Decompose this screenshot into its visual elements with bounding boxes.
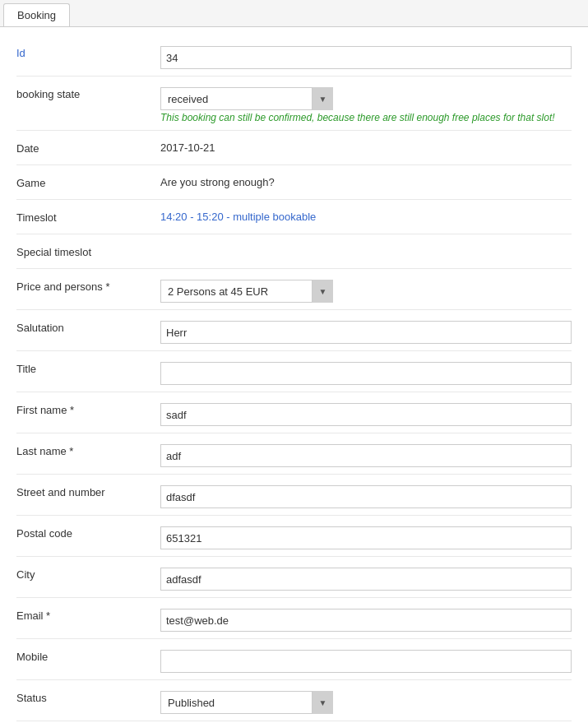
price-persons-select-wrapper: 2 Persons at 45 EUR 1 Person at 30 EUR 3… bbox=[160, 280, 333, 303]
row-street-number: Street and number bbox=[16, 475, 572, 516]
booking-state-select[interactable]: received confirmed cancelled bbox=[160, 87, 333, 110]
value-postal-code bbox=[160, 522, 572, 549]
status-select-wrapper: Published Unpublished Draft bbox=[160, 691, 333, 714]
label-date: Date bbox=[16, 137, 160, 155]
row-last-name: Last name * bbox=[16, 433, 572, 475]
label-game: Game bbox=[16, 172, 160, 189]
value-special-timeslot bbox=[160, 241, 572, 245]
row-date: Date 2017-10-21 bbox=[16, 131, 572, 165]
title-input[interactable] bbox=[160, 362, 572, 385]
value-booking-state: received confirmed cancelled This bookin… bbox=[160, 83, 572, 123]
label-last-name: Last name * bbox=[16, 440, 160, 457]
label-status: Status bbox=[16, 687, 160, 704]
city-input[interactable] bbox=[160, 568, 572, 591]
row-email: Email * bbox=[16, 598, 572, 639]
value-date: 2017-10-21 bbox=[160, 137, 572, 154]
value-id bbox=[160, 42, 572, 69]
postal-code-input[interactable] bbox=[160, 526, 572, 549]
label-title: Title bbox=[16, 358, 160, 375]
value-game: Are you strong enough? bbox=[160, 172, 572, 188]
value-price-persons: 2 Persons at 45 EUR 1 Person at 30 EUR 3… bbox=[160, 276, 572, 303]
tab-bar: Booking bbox=[0, 0, 588, 27]
value-timeslot[interactable]: 14:20 - 15:20 - multiple bookable bbox=[160, 206, 572, 223]
row-price-persons: Price and persons * 2 Persons at 45 EUR … bbox=[16, 269, 572, 310]
booking-state-select-wrapper: received confirmed cancelled bbox=[160, 87, 333, 110]
value-email bbox=[160, 605, 572, 632]
label-street-number: Street and number bbox=[16, 481, 160, 498]
row-title: Title bbox=[16, 351, 572, 392]
form-container: Id booking state received confirmed canc… bbox=[0, 27, 588, 723]
row-booking-state: booking state received confirmed cancell… bbox=[16, 76, 572, 131]
label-booking-state: booking state bbox=[16, 83, 160, 100]
value-street-number bbox=[160, 481, 572, 508]
row-salutation: Salutation bbox=[16, 310, 572, 351]
row-game: Game Are you strong enough? bbox=[16, 165, 572, 200]
row-postal-code: Postal code bbox=[16, 516, 572, 557]
mobile-input[interactable] bbox=[160, 650, 572, 673]
row-mobile: Mobile bbox=[16, 639, 572, 680]
value-city bbox=[160, 563, 572, 591]
label-special-timeslot: Special timeslot bbox=[16, 241, 160, 258]
label-city: City bbox=[16, 563, 160, 581]
value-mobile bbox=[160, 646, 572, 673]
row-special-timeslot: Special timeslot bbox=[16, 234, 572, 269]
row-city: City bbox=[16, 557, 572, 598]
id-input[interactable] bbox=[160, 46, 572, 69]
label-email: Email * bbox=[16, 605, 160, 622]
tab-booking[interactable]: Booking bbox=[3, 3, 70, 26]
status-select[interactable]: Published Unpublished Draft bbox=[160, 691, 333, 714]
street-number-input[interactable] bbox=[160, 485, 572, 508]
label-price-persons: Price and persons * bbox=[16, 276, 160, 293]
value-status: Published Unpublished Draft bbox=[160, 687, 572, 714]
label-postal-code: Postal code bbox=[16, 522, 160, 540]
label-id: Id bbox=[16, 42, 160, 59]
row-first-name: First name * bbox=[16, 392, 572, 433]
value-title bbox=[160, 358, 572, 385]
price-persons-select[interactable]: 2 Persons at 45 EUR 1 Person at 30 EUR 3… bbox=[160, 280, 333, 303]
first-name-input[interactable] bbox=[160, 403, 572, 426]
last-name-input[interactable] bbox=[160, 444, 572, 467]
label-timeslot: Timeslot bbox=[16, 206, 160, 224]
salutation-input[interactable] bbox=[160, 321, 572, 344]
label-first-name: First name * bbox=[16, 399, 160, 416]
value-first-name bbox=[160, 399, 572, 426]
label-salutation: Salutation bbox=[16, 317, 160, 334]
row-timeslot: Timeslot 14:20 - 15:20 - multiple bookab… bbox=[16, 200, 572, 234]
booking-state-info: This booking can still be confirmed, bec… bbox=[160, 112, 572, 123]
value-last-name bbox=[160, 440, 572, 467]
row-id: Id bbox=[16, 35, 572, 76]
value-salutation bbox=[160, 317, 572, 344]
row-status: Status Published Unpublished Draft bbox=[16, 680, 572, 721]
label-mobile: Mobile bbox=[16, 646, 160, 663]
email-input[interactable] bbox=[160, 609, 572, 632]
